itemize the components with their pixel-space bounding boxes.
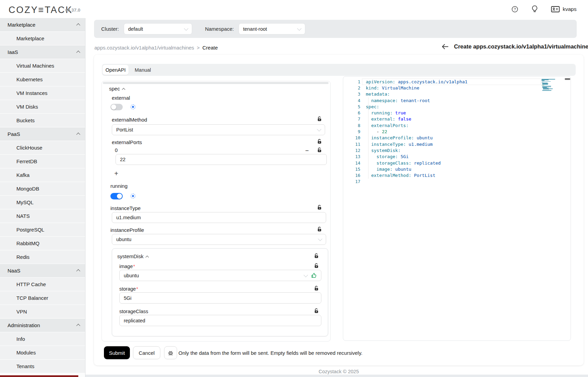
code-text: external: false [366, 116, 411, 122]
sidebar-item-nats[interactable]: NATS [0, 209, 85, 223]
externalPorts-lock-icon[interactable] [317, 139, 322, 145]
systemDisk-section-header[interactable]: systemDisk [117, 253, 148, 259]
sidebar-item-clickhouse[interactable]: ClickHouse [0, 141, 85, 155]
cancel-button[interactable]: Cancel [133, 346, 160, 359]
dashed-target-icon[interactable] [131, 194, 135, 198]
instanceType-input[interactable] [112, 212, 326, 223]
sidebar-item-vm-disks[interactable]: VM Disks [0, 100, 85, 114]
port-input[interactable] [116, 154, 327, 165]
instanceProfile-lock-icon[interactable] [317, 226, 322, 233]
storageClass-lock-icon[interactable] [314, 308, 319, 315]
debug-button[interactable] [164, 346, 177, 359]
required-asterisk: * [133, 264, 135, 269]
instanceType-lock-icon[interactable] [317, 205, 322, 211]
code-text: externalMethod: PortList [366, 173, 436, 178]
sidebar-item-redis[interactable]: Redis [0, 250, 85, 264]
editor-minimap[interactable] [542, 79, 566, 92]
sidebar-item-buckets[interactable]: Buckets [0, 114, 85, 127]
storage-label-text: storage [119, 286, 136, 292]
code-line[interactable]: 13 storage: 5Gi [343, 154, 541, 160]
code-line[interactable]: 3metadata: [343, 91, 541, 97]
sidebar-item-vm-instances[interactable]: VM Instances [0, 86, 85, 100]
minimap-line [542, 80, 545, 81]
code-line[interactable]: 12 systemDisk: [343, 147, 541, 153]
sidebar-item-rabbitmq[interactable]: RabbitMQ [0, 237, 85, 250]
sidebar-section-paas[interactable]: PaaS [0, 127, 85, 141]
sidebar-item-modules[interactable]: Modules [0, 346, 85, 360]
code-line[interactable]: 2kind: VirtualMachine [343, 85, 541, 91]
yaml-editor[interactable]: 1apiVersion: apps.cozystack.io/v1alpha12… [343, 76, 571, 341]
line-number: 7 [343, 116, 366, 122]
sidebar-item-postgresql[interactable]: PostgreSQL [0, 223, 85, 237]
tab-openapi[interactable]: OpenAPI [103, 65, 129, 75]
add-port-button[interactable]: + [112, 169, 120, 178]
instanceProfile-select[interactable]: ubuntu [112, 234, 326, 245]
user-menu[interactable]: kvaps [551, 6, 577, 12]
running-toggle[interactable] [110, 193, 123, 199]
code-line[interactable]: 10 instanceProfile: ubuntu [343, 135, 541, 141]
line-number: 17 [343, 179, 366, 184]
systemDisk-lock-icon[interactable] [314, 253, 319, 260]
storageClass-input[interactable] [119, 315, 321, 326]
chevron-down-icon [297, 26, 302, 31]
theme-toggle-button[interactable] [531, 5, 538, 15]
sidebar-item-virtual-machines[interactable]: Virtual Machines [0, 59, 85, 73]
thumbs-up-icon[interactable] [311, 273, 317, 278]
dashed-target-icon[interactable] [131, 104, 135, 109]
code-line[interactable]: 17 [343, 179, 541, 185]
image-select[interactable]: ubuntu [119, 270, 321, 281]
sidebar-item-http-cache[interactable]: HTTP Cache [0, 278, 85, 291]
image-lock-icon[interactable] [314, 263, 319, 270]
sidebar-item-ferretdb[interactable]: FerretDB [0, 155, 85, 168]
storage-input[interactable] [119, 292, 321, 304]
code-line[interactable]: 4 namespace: tenant-root [343, 97, 541, 103]
storage-lock-icon[interactable] [314, 285, 319, 292]
submit-button[interactable]: Submit [104, 346, 130, 359]
app-logo: COZY≡TACK [9, 5, 73, 15]
sidebar-section-marketplace[interactable]: Marketplace [0, 18, 85, 32]
sidebar-item-info[interactable]: Info [0, 332, 85, 346]
cluster-select[interactable]: default [124, 23, 192, 34]
breadcrumb-path[interactable]: apps.cozystack.io/v1alpha1/virtualmachin… [94, 45, 194, 51]
externalMethod-lock-icon[interactable] [317, 116, 322, 123]
namespace-select[interactable]: tenant-root [239, 23, 305, 34]
help-button[interactable]: ? [511, 5, 519, 14]
code-line[interactable]: 6 running: true [343, 110, 541, 116]
code-line[interactable]: 15 image: ubuntu [343, 166, 541, 172]
code-line[interactable]: 5spec: [343, 103, 541, 110]
sidebar-item-tenants[interactable]: Tenants [0, 360, 85, 373]
code-line[interactable]: 7 external: false [343, 116, 541, 122]
form-scrollbar[interactable] [103, 82, 329, 84]
sidebar-section-iaas[interactable]: IaaS [0, 45, 85, 59]
instanceType-label: instanceType [110, 205, 141, 211]
sidebar-item-mysql[interactable]: MySQL [0, 196, 85, 209]
tab-manual[interactable]: Manual [132, 64, 154, 76]
port-item-lock-icon[interactable] [317, 147, 322, 154]
code-line[interactable]: 9 - 22 [343, 128, 541, 135]
code-line[interactable]: 1apiVersion: apps.cozystack.io/v1alpha1 [343, 79, 541, 85]
code-line[interactable]: 8 externalPorts: [343, 122, 541, 128]
remove-port-button[interactable]: − [303, 146, 311, 155]
sidebar-item-kafka[interactable]: Kafka [0, 168, 85, 182]
code-line[interactable]: 16 externalMethod: PortList [343, 172, 541, 178]
editor-scrollbar-thumb[interactable] [565, 78, 570, 80]
sidebar-item-vpn[interactable]: VPN [0, 305, 85, 319]
code-text: instanceType: u1.medium [366, 142, 433, 147]
sidebar-section-administration[interactable]: Administration [0, 319, 85, 332]
sidebar-bottom-scrollbar[interactable] [0, 375, 78, 377]
code-text: storage: 5Gi [366, 154, 409, 159]
externalMethod-select[interactable]: PortList [112, 124, 325, 135]
code-line[interactable]: 11 instanceType: u1.medium [343, 141, 541, 147]
sidebar-item-mongodb[interactable]: MongoDB [0, 182, 85, 196]
sidebar-item-tcp-balancer[interactable]: TCP Balancer [0, 291, 85, 305]
sidebar-item-marketplace[interactable]: Marketplace [0, 32, 85, 45]
sidebar-item-kubernetes[interactable]: Kubernetes [0, 73, 85, 86]
back-button[interactable] [442, 44, 449, 50]
line-number: 5 [343, 104, 366, 109]
breadcrumb-separator: > [197, 45, 200, 51]
spec-section-header[interactable]: spec [109, 86, 125, 92]
sidebar-section-naas[interactable]: NaaS [0, 264, 85, 278]
systemDisk-label: systemDisk [117, 253, 144, 259]
code-line[interactable]: 14 storageClass: replicated [343, 160, 541, 166]
external-toggle[interactable] [110, 104, 123, 110]
